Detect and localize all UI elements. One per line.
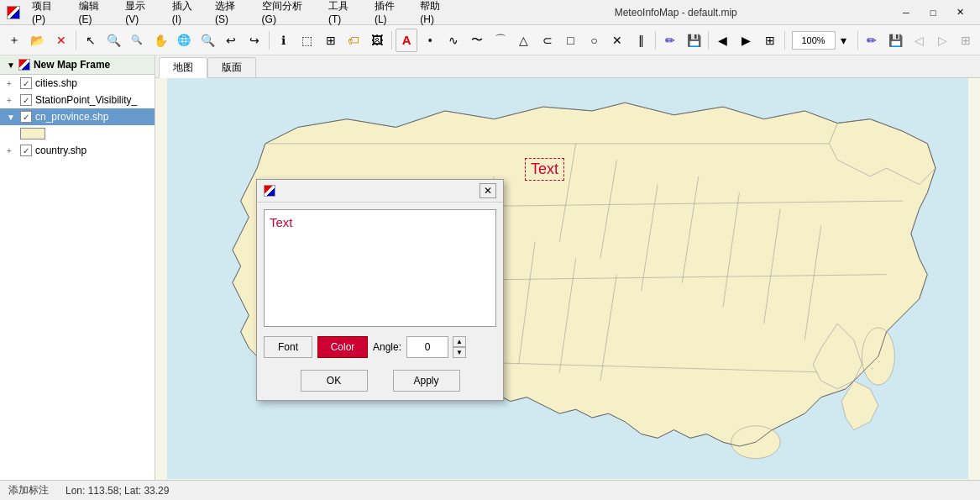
dialog-title-left: [264, 185, 279, 197]
text-tool[interactable]: A: [396, 29, 417, 52]
curve-tool[interactable]: 〜: [466, 29, 488, 52]
menu-view[interactable]: 显示(V): [118, 0, 164, 27]
arrow-left-button[interactable]: ◁: [908, 29, 930, 52]
app-title: MeteoInfoMap - default.mip: [459, 7, 894, 18]
layer-check-station[interactable]: ✓: [20, 94, 32, 106]
sidebar-header-label: New Map Frame: [34, 59, 110, 71]
rect-tool[interactable]: □: [560, 29, 582, 52]
menu-plugins[interactable]: 插件(L): [368, 0, 411, 27]
layer-item-cn-province[interactable]: ▼ ✓ cn_province.shp: [0, 108, 155, 125]
arrow-right-button[interactable]: ▷: [931, 29, 953, 52]
info-button[interactable]: ℹ: [273, 29, 295, 52]
angle-down-button[interactable]: ▼: [453, 347, 466, 358]
layer-swatch-cn-province: [20, 128, 45, 139]
dialog-icon: [264, 185, 275, 197]
ok-button[interactable]: OK: [301, 370, 368, 392]
layer-check-cities[interactable]: ✓: [20, 77, 32, 89]
menu-spatial[interactable]: 空间分析(G): [255, 0, 320, 27]
open-button[interactable]: 📂: [27, 29, 49, 52]
status-bar: 添加标注 Lon: 113.58; Lat: 33.29: [0, 480, 980, 500]
zoom-input[interactable]: [792, 31, 836, 50]
circle-tool[interactable]: ○: [584, 29, 605, 52]
apply-button[interactable]: Apply: [393, 370, 460, 392]
sep7: [857, 31, 858, 50]
pan-tool[interactable]: ✋: [149, 29, 171, 52]
select-tool[interactable]: ↖: [80, 29, 102, 52]
angle-up-button[interactable]: ▲: [453, 336, 466, 347]
image-button[interactable]: 🖼: [366, 29, 388, 52]
menu-help[interactable]: 帮助(H): [413, 0, 459, 27]
map-frame-expand-icon: ▼: [7, 61, 15, 70]
layer-item-country[interactable]: + ✓ country.shp: [0, 142, 155, 159]
dialog-overlay: ✕ Text Font Color Angle: ▲: [155, 78, 980, 479]
color-button[interactable]: Color: [317, 336, 368, 358]
map-area: 地图 版面: [155, 55, 980, 480]
maximize-button[interactable]: □: [920, 4, 946, 21]
extent-button[interactable]: ⬚: [296, 29, 318, 52]
parallel-tool[interactable]: ‖: [630, 29, 652, 52]
zoom-out-button[interactable]: 🔍: [126, 29, 148, 52]
layer-item-cities[interactable]: + ✓ cities.shp: [0, 75, 155, 92]
zoom-in-button[interactable]: 🔍: [103, 29, 125, 52]
new-button[interactable]: ＋: [3, 29, 25, 52]
point-tool[interactable]: •: [419, 29, 441, 52]
pen-button[interactable]: ✏: [861, 29, 883, 52]
tab-layout[interactable]: 版面: [207, 57, 256, 77]
title-bar: 项目(P) 编辑(E) 显示(V) 插入(I) 选择(S) 空间分析(G) 工具…: [0, 0, 980, 25]
tag-button[interactable]: 🏷: [343, 29, 365, 52]
sep5: [708, 31, 709, 50]
menu-edit[interactable]: 编辑(E): [72, 0, 118, 27]
save2-button[interactable]: 💾: [884, 29, 906, 52]
map-canvas[interactable]: Text ✕ Text Font: [155, 78, 980, 479]
search-button[interactable]: 🔍: [197, 29, 218, 52]
coordinates-text: Lon: 113.58; Lat: 33.29: [66, 485, 169, 497]
tab-map[interactable]: 地图: [159, 57, 207, 78]
layer-label-cn-province: cn_province.shp: [35, 111, 108, 123]
dialog-titlebar[interactable]: ✕: [257, 180, 503, 203]
sep6: [784, 31, 785, 50]
layer-check-country[interactable]: ✓: [20, 145, 32, 156]
menu-select[interactable]: 选择(S): [208, 0, 254, 27]
layer-expand-station: +: [7, 96, 17, 105]
save-button[interactable]: 💾: [683, 29, 705, 52]
redo-button[interactable]: ↪: [244, 29, 265, 52]
layer-item-station[interactable]: + ✓ StationPoint_Visibility_: [0, 92, 155, 108]
polyline-tool[interactable]: ∿: [443, 29, 464, 52]
close-file-button[interactable]: ✕: [50, 29, 72, 52]
close-button[interactable]: ✕: [946, 4, 973, 21]
zoom-dropdown-button[interactable]: ▾: [837, 29, 851, 52]
dialog-close-button[interactable]: ✕: [480, 183, 496, 198]
next-button[interactable]: ▶: [736, 29, 757, 52]
cross-tool[interactable]: ✕: [606, 29, 628, 52]
globe-button[interactable]: 🌐: [173, 29, 195, 52]
text-dialog: ✕ Text Font Color Angle: ▲: [256, 179, 504, 401]
prev-button[interactable]: ◀: [712, 29, 734, 52]
add-annotation-label: 添加标注: [8, 483, 49, 497]
layer-expand-country: +: [7, 146, 17, 155]
layout-grid-button[interactable]: ⊞: [759, 29, 781, 52]
main-area: ▼ New Map Frame + ✓ cities.shp + ✓ Stati…: [0, 55, 980, 480]
grid2-button[interactable]: ⊞: [955, 29, 977, 52]
sidebar-header: ▼ New Map Frame: [0, 55, 155, 75]
minimize-button[interactable]: ─: [893, 4, 920, 21]
sep2: [269, 31, 270, 50]
edit-tool[interactable]: ✏: [659, 29, 681, 52]
layer-label-country: country.shp: [35, 145, 86, 156]
layer-expand-cities: +: [7, 79, 17, 88]
angle-input[interactable]: [406, 336, 448, 358]
polygon-tool[interactable]: △: [513, 29, 535, 52]
sep3: [391, 31, 392, 50]
undo-button[interactable]: ↩: [220, 29, 242, 52]
layer-expand-cn-province: ▼: [7, 113, 17, 122]
layer-check-cn-province[interactable]: ✓: [20, 111, 32, 123]
freehand-tool[interactable]: ⊂: [537, 29, 558, 52]
menu-project[interactable]: 项目(P): [25, 0, 71, 27]
toolbar: ＋ 📂 ✕ ↖ 🔍 🔍 ✋ 🌐 🔍 ↩ ↪ ℹ ⬚ ⊞ 🏷 🖼 A • ∿ 〜 …: [0, 25, 980, 55]
font-button[interactable]: Font: [264, 336, 312, 358]
angle-spinner: ▲ ▼: [453, 336, 466, 358]
menu-tools[interactable]: 工具(T): [322, 0, 366, 27]
menu-insert[interactable]: 插入(I): [165, 0, 207, 27]
grid-button[interactable]: ⊞: [320, 29, 342, 52]
arc-tool[interactable]: ⌒: [490, 29, 511, 52]
text-editor[interactable]: Text: [264, 209, 496, 327]
